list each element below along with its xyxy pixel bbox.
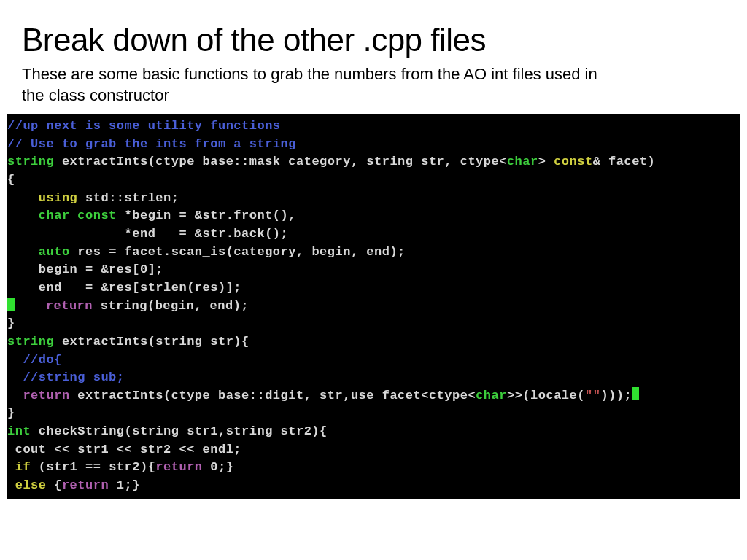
code-line-6b: *begin = &str.front(), bbox=[125, 209, 296, 222]
code-line-5b: std::strlen; bbox=[85, 191, 179, 205]
cursor-icon-2 bbox=[632, 387, 639, 400]
code-line-9: begin = &res[0]; bbox=[7, 262, 163, 276]
code-line-13a: string bbox=[7, 335, 62, 349]
code-line-16c: < bbox=[421, 389, 429, 402]
code-line-6a: char const bbox=[7, 209, 125, 222]
code-line-16f: char bbox=[476, 389, 507, 402]
code-screenshot: //up next is some utility functions // U… bbox=[7, 114, 740, 499]
code-line-16d: ctype bbox=[429, 389, 468, 402]
code-line-20d: 0;} bbox=[210, 460, 233, 474]
code-line-15: //string sub; bbox=[7, 370, 125, 384]
code-line-7: *end = &str.back(); bbox=[7, 227, 288, 241]
slide-subtitle: These are some basic functions to grab t… bbox=[22, 64, 620, 106]
code-line-16i: "" bbox=[585, 389, 600, 402]
code-line-3g: & facet) bbox=[593, 155, 656, 168]
code-line-21c: return bbox=[62, 478, 117, 492]
code-line-18a: int bbox=[7, 424, 39, 438]
code-line-21a: else bbox=[7, 478, 54, 492]
code-line-3f: const bbox=[554, 155, 593, 168]
code-line-13b: extractInts(string str){ bbox=[62, 335, 249, 349]
code-line-12: } bbox=[7, 316, 15, 330]
code-line-11b: string(begin, end); bbox=[101, 299, 249, 313]
code-line-1: //up next is some utility functions bbox=[7, 119, 281, 133]
code-line-8a: auto bbox=[7, 245, 77, 259]
slide-title: Break down of the other .cpp files bbox=[22, 22, 725, 58]
code-line-2: // Use to grab the ints from a string bbox=[7, 137, 296, 151]
code-line-3d: char bbox=[507, 155, 538, 168]
code-line-3a: string bbox=[7, 155, 62, 168]
code-line-10: end = &res[strlen(res)]; bbox=[7, 281, 241, 295]
code-line-18b: checkString(string str1,string str2){ bbox=[39, 424, 328, 438]
code-line-16e: < bbox=[468, 389, 476, 402]
code-line-3b: extractInts(ctype_base::mask category, s… bbox=[62, 155, 499, 168]
slide: Break down of the other .cpp files These… bbox=[0, 0, 747, 499]
code-line-16b: extractInts(ctype_base::digit, str,use_f… bbox=[77, 389, 421, 402]
code-line-17: } bbox=[7, 406, 15, 420]
code-line-14: //do{ bbox=[7, 353, 62, 367]
cursor-icon bbox=[7, 298, 15, 311]
code-line-16g: >> bbox=[507, 389, 522, 402]
code-line-4: { bbox=[7, 173, 15, 187]
code-line-21b: { bbox=[54, 478, 62, 492]
code-line-16a: return bbox=[7, 389, 77, 402]
code-line-16h: (locale( bbox=[522, 389, 585, 402]
code-line-3c: < bbox=[499, 155, 507, 168]
code-line-16j: ))); bbox=[600, 389, 632, 402]
code-line-11a: return bbox=[15, 299, 101, 313]
code-line-19: cout << str1 << str2 << endl; bbox=[7, 443, 241, 456]
code-line-3e: > bbox=[538, 155, 554, 168]
code-line-20b: (str1 == str2){ bbox=[39, 460, 156, 474]
code-line-20a: if bbox=[7, 460, 39, 474]
code-line-20c: return bbox=[155, 460, 210, 474]
code-line-21d: 1;} bbox=[117, 478, 140, 492]
code-line-5a: using bbox=[7, 191, 85, 205]
code-line-8b: res = facet.scan_is(category, begin, end… bbox=[77, 245, 405, 259]
